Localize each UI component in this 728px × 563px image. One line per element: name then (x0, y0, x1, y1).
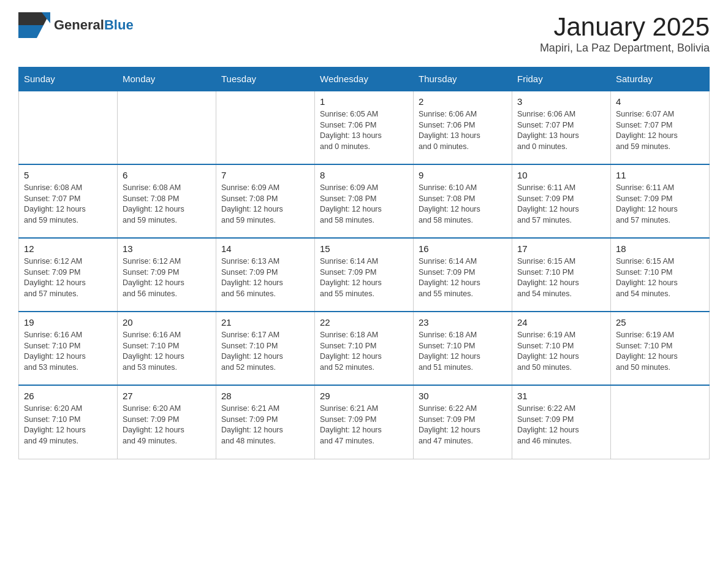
day-info: Sunrise: 6:08 AM Sunset: 7:07 PM Dayligh… (24, 183, 112, 226)
day-number: 29 (320, 391, 408, 401)
day-number: 31 (517, 391, 605, 401)
day-number: 30 (419, 391, 507, 401)
calendar-cell: 7Sunrise: 6:09 AM Sunset: 7:08 PM Daylig… (216, 164, 315, 238)
calendar-cell: 10Sunrise: 6:11 AM Sunset: 7:09 PM Dayli… (512, 164, 611, 238)
calendar-cell: 26Sunrise: 6:20 AM Sunset: 7:10 PM Dayli… (19, 385, 118, 459)
day-number: 14 (221, 243, 309, 254)
calendar-week-4: 19Sunrise: 6:16 AM Sunset: 7:10 PM Dayli… (19, 312, 710, 385)
location-title: Mapiri, La Paz Department, Bolivia (540, 42, 710, 55)
weekday-header-monday: Monday (118, 67, 216, 91)
day-info: Sunrise: 6:05 AM Sunset: 7:06 PM Dayligh… (320, 109, 408, 152)
calendar-cell: 2Sunrise: 6:06 AM Sunset: 7:06 PM Daylig… (414, 91, 512, 164)
day-info: Sunrise: 6:19 AM Sunset: 7:10 PM Dayligh… (517, 330, 605, 373)
calendar-cell: 5Sunrise: 6:08 AM Sunset: 7:07 PM Daylig… (19, 164, 118, 238)
day-info: Sunrise: 6:13 AM Sunset: 7:09 PM Dayligh… (221, 256, 309, 299)
calendar-cell: 25Sunrise: 6:19 AM Sunset: 7:10 PM Dayli… (611, 312, 710, 385)
day-info: Sunrise: 6:11 AM Sunset: 7:09 PM Dayligh… (517, 183, 605, 226)
day-info: Sunrise: 6:17 AM Sunset: 7:10 PM Dayligh… (221, 330, 309, 373)
page-header: GeneralBlue January 2025 Mapiri, La Paz … (18, 12, 710, 55)
calendar-cell: 4Sunrise: 6:07 AM Sunset: 7:07 PM Daylig… (611, 91, 710, 164)
calendar-cell: 12Sunrise: 6:12 AM Sunset: 7:09 PM Dayli… (19, 238, 118, 312)
calendar-cell: 18Sunrise: 6:15 AM Sunset: 7:10 PM Dayli… (611, 238, 710, 312)
day-number: 5 (24, 170, 112, 180)
calendar-cell: 14Sunrise: 6:13 AM Sunset: 7:09 PM Dayli… (216, 238, 315, 312)
day-number: 26 (24, 391, 112, 401)
day-info: Sunrise: 6:12 AM Sunset: 7:09 PM Dayligh… (24, 256, 112, 299)
day-info: Sunrise: 6:20 AM Sunset: 7:09 PM Dayligh… (123, 404, 211, 446)
day-number: 4 (616, 96, 704, 107)
day-number: 28 (221, 391, 309, 401)
weekday-header-thursday: Thursday (414, 67, 512, 91)
day-number: 16 (419, 243, 507, 254)
day-info: Sunrise: 6:21 AM Sunset: 7:09 PM Dayligh… (320, 404, 408, 446)
day-number: 12 (24, 243, 112, 254)
day-info: Sunrise: 6:18 AM Sunset: 7:10 PM Dayligh… (320, 330, 408, 373)
calendar-cell: 22Sunrise: 6:18 AM Sunset: 7:10 PM Dayli… (315, 312, 414, 385)
logo-general-text: General (54, 17, 104, 33)
day-number: 13 (123, 243, 211, 254)
calendar-week-5: 26Sunrise: 6:20 AM Sunset: 7:10 PM Dayli… (19, 385, 710, 459)
day-info: Sunrise: 6:16 AM Sunset: 7:10 PM Dayligh… (24, 330, 112, 373)
day-info: Sunrise: 6:15 AM Sunset: 7:10 PM Dayligh… (517, 256, 605, 299)
calendar-cell (19, 91, 118, 164)
day-info: Sunrise: 6:22 AM Sunset: 7:09 PM Dayligh… (517, 404, 605, 446)
month-title: January 2025 (540, 12, 710, 42)
day-info: Sunrise: 6:09 AM Sunset: 7:08 PM Dayligh… (320, 183, 408, 226)
day-number: 6 (123, 170, 211, 180)
day-info: Sunrise: 6:18 AM Sunset: 7:10 PM Dayligh… (419, 330, 507, 373)
calendar-cell: 9Sunrise: 6:10 AM Sunset: 7:08 PM Daylig… (414, 164, 512, 238)
day-info: Sunrise: 6:14 AM Sunset: 7:09 PM Dayligh… (320, 256, 408, 299)
weekday-header-friday: Friday (512, 67, 611, 91)
day-info: Sunrise: 6:08 AM Sunset: 7:08 PM Dayligh… (123, 183, 211, 226)
day-number: 3 (517, 96, 605, 107)
logo-icon (18, 12, 50, 38)
day-number: 23 (419, 317, 507, 327)
calendar-cell: 11Sunrise: 6:11 AM Sunset: 7:09 PM Dayli… (611, 164, 710, 238)
day-info: Sunrise: 6:15 AM Sunset: 7:10 PM Dayligh… (616, 256, 704, 299)
calendar-cell: 16Sunrise: 6:14 AM Sunset: 7:09 PM Dayli… (414, 238, 512, 312)
day-number: 20 (123, 317, 211, 327)
day-number: 24 (517, 317, 605, 327)
calendar-week-3: 12Sunrise: 6:12 AM Sunset: 7:09 PM Dayli… (19, 238, 710, 312)
calendar-cell: 6Sunrise: 6:08 AM Sunset: 7:08 PM Daylig… (118, 164, 216, 238)
calendar-cell (216, 91, 315, 164)
calendar-cell: 1Sunrise: 6:05 AM Sunset: 7:06 PM Daylig… (315, 91, 414, 164)
day-number: 27 (123, 391, 211, 401)
day-info: Sunrise: 6:07 AM Sunset: 7:07 PM Dayligh… (616, 109, 704, 152)
calendar-cell: 28Sunrise: 6:21 AM Sunset: 7:09 PM Dayli… (216, 385, 315, 459)
calendar-cell: 20Sunrise: 6:16 AM Sunset: 7:10 PM Dayli… (118, 312, 216, 385)
day-number: 2 (419, 96, 507, 107)
calendar-week-2: 5Sunrise: 6:08 AM Sunset: 7:07 PM Daylig… (19, 164, 710, 238)
calendar-body: 1Sunrise: 6:05 AM Sunset: 7:06 PM Daylig… (19, 91, 710, 459)
calendar-cell: 29Sunrise: 6:21 AM Sunset: 7:09 PM Dayli… (315, 385, 414, 459)
weekday-header-tuesday: Tuesday (216, 67, 315, 91)
day-number: 25 (616, 317, 704, 327)
calendar-cell: 27Sunrise: 6:20 AM Sunset: 7:09 PM Dayli… (118, 385, 216, 459)
weekday-header-wednesday: Wednesday (315, 67, 414, 91)
day-info: Sunrise: 6:09 AM Sunset: 7:08 PM Dayligh… (221, 183, 309, 226)
calendar-cell: 17Sunrise: 6:15 AM Sunset: 7:10 PM Dayli… (512, 238, 611, 312)
calendar-header: SundayMondayTuesdayWednesdayThursdayFrid… (19, 67, 710, 91)
logo: GeneralBlue (18, 12, 134, 38)
calendar-cell: 3Sunrise: 6:06 AM Sunset: 7:07 PM Daylig… (512, 91, 611, 164)
day-info: Sunrise: 6:10 AM Sunset: 7:08 PM Dayligh… (419, 183, 507, 226)
weekday-header-sunday: Sunday (19, 67, 118, 91)
day-number: 9 (419, 170, 507, 180)
day-number: 7 (221, 170, 309, 180)
day-info: Sunrise: 6:14 AM Sunset: 7:09 PM Dayligh… (419, 256, 507, 299)
day-number: 18 (616, 243, 704, 254)
day-number: 11 (616, 170, 704, 180)
day-number: 17 (517, 243, 605, 254)
day-number: 21 (221, 317, 309, 327)
day-number: 22 (320, 317, 408, 327)
calendar-week-1: 1Sunrise: 6:05 AM Sunset: 7:06 PM Daylig… (19, 91, 710, 164)
calendar-cell (118, 91, 216, 164)
calendar-cell: 24Sunrise: 6:19 AM Sunset: 7:10 PM Dayli… (512, 312, 611, 385)
calendar-cell: 8Sunrise: 6:09 AM Sunset: 7:08 PM Daylig… (315, 164, 414, 238)
day-info: Sunrise: 6:16 AM Sunset: 7:10 PM Dayligh… (123, 330, 211, 373)
day-info: Sunrise: 6:12 AM Sunset: 7:09 PM Dayligh… (123, 256, 211, 299)
calendar-cell: 13Sunrise: 6:12 AM Sunset: 7:09 PM Dayli… (118, 238, 216, 312)
weekday-header-row: SundayMondayTuesdayWednesdayThursdayFrid… (19, 67, 710, 91)
calendar-cell: 19Sunrise: 6:16 AM Sunset: 7:10 PM Dayli… (19, 312, 118, 385)
day-info: Sunrise: 6:19 AM Sunset: 7:10 PM Dayligh… (616, 330, 704, 373)
